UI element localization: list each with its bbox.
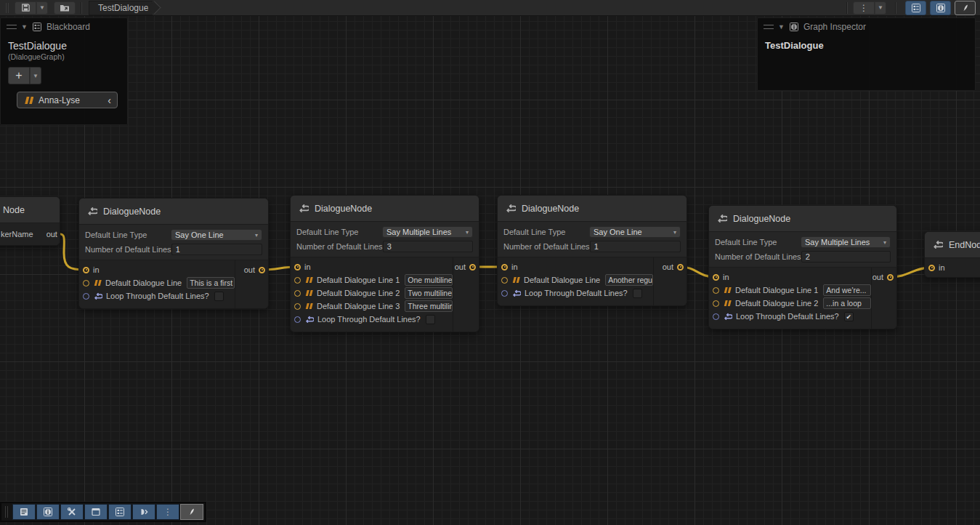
foldout-arrow-icon[interactable]: ▼ [778,23,785,31]
in-port-label: in [511,262,518,271]
end-node-icon [932,239,943,250]
line-value-field[interactable]: And we're... [823,284,871,296]
in-port-label: in [723,273,729,281]
line-type-dropdown[interactable]: Say One Line ▾ [589,226,681,238]
foldout-arrow-icon[interactable]: ▼ [21,23,28,31]
loop-checkbox[interactable] [426,315,435,324]
loop-port[interactable] [294,316,301,323]
loop-icon [511,289,521,298]
property-name: Anna-Lyse [39,95,102,105]
loop-checkbox[interactable] [633,289,642,298]
toggle-blackboard-button[interactable] [905,1,926,15]
info-icon [789,22,799,32]
line-port[interactable] [294,303,301,310]
line-port[interactable] [713,300,719,307]
line-label: Default Dialogue Line 2 [735,299,818,308]
input-port[interactable] [501,264,508,270]
loop-port[interactable] [713,313,719,320]
save-icon [21,3,31,12]
end-node[interactable]: EndNode in [924,231,980,278]
line-type-dropdown[interactable]: Say Multiple Lines ▾ [801,236,891,248]
num-lines-field[interactable]: 2 [801,251,891,262]
drag-handle-icon[interactable] [7,25,17,29]
loop-port[interactable] [83,293,89,300]
loop-port[interactable] [501,290,508,297]
graph-inspector-panel[interactable]: ▼ Graph Inspector TestDialogue [757,17,976,91]
input-port[interactable] [713,274,719,281]
options-menu-button[interactable]: ⋮ [853,1,875,15]
line-value-field[interactable]: ...in a loop [823,297,871,309]
collapse-chevron-icon[interactable]: ‹ [108,95,111,106]
dropdown-value: Say One Line [594,228,642,236]
blackboard-button[interactable] [108,504,131,520]
dialogue-node-3[interactable]: DialogueNode Default Line Type Say One L… [497,195,687,306]
breadcrumb-tab[interactable]: TestDialogue [89,1,153,15]
line-port[interactable] [83,280,89,286]
preview-button[interactable] [180,504,203,520]
toolbar-separator [81,2,82,14]
blackboard-panel[interactable]: ▼ Blackboard TestDialogue (DialogueGraph… [0,17,128,125]
loop-checkbox[interactable]: ✔ [844,312,854,321]
top-toolbar: ▼ TestDialogue ⋮ ▼ [0,0,980,16]
out-port-label: out [46,230,57,239]
tools-button[interactable] [60,504,84,520]
output-port[interactable] [677,264,684,270]
window-button[interactable] [84,504,108,520]
console-button[interactable] [12,504,36,520]
quote-icon [304,289,313,297]
toolbar-drag-handle[interactable] [5,506,8,518]
more-button[interactable]: ⋮ [156,504,179,520]
num-lines-field[interactable]: 1 [171,244,262,255]
line-value-field[interactable]: Three multilin [405,300,453,312]
out-port-label: out [244,265,255,274]
loop-checkbox[interactable] [214,292,224,301]
dialogue-node-icon [505,203,516,214]
input-port[interactable] [928,265,935,271]
line-value-field[interactable]: One multiline [405,274,453,286]
input-port[interactable] [294,264,301,270]
save-button[interactable] [15,1,36,15]
line-port[interactable] [501,277,508,284]
output-port[interactable] [259,267,265,273]
line-type-dropdown[interactable]: Say Multiple Lines ▾ [382,226,473,238]
output-port[interactable] [887,274,894,281]
add-property-dropdown[interactable]: ▼ [30,67,41,84]
quote-icon [23,96,33,105]
num-lines-field[interactable]: 1 [590,241,681,252]
transition-button[interactable] [132,504,155,520]
chevron-down-icon: ▾ [466,229,469,236]
line-port[interactable] [713,287,719,294]
input-port[interactable] [83,267,89,273]
chevron-down-icon: ▾ [255,232,258,239]
toolbar-separator [846,2,848,14]
loop-label: Loop Through Default Lines? [736,312,839,321]
line-value-field[interactable]: This is a first [187,277,235,289]
output-port[interactable] [469,264,476,270]
loop-label: Loop Through Default Lines? [317,315,421,324]
node-title: DialogueNode [103,207,161,217]
dialogue-node-1[interactable]: DialogueNode Default Line Type Say One L… [78,198,269,309]
node-title: DialogueNode [733,214,790,224]
graph-type: (DialogueGraph) [1,52,127,61]
drag-handle-icon[interactable] [764,25,774,29]
line-value-field[interactable]: Two multiline [405,287,453,299]
quote-icon [304,302,313,310]
dialogue-node-4[interactable]: DialogueNode Default Line Type Say Multi… [708,205,897,329]
blackboard-property[interactable]: Anna-Lyse ‹ [17,92,118,108]
toggle-inspector-button[interactable] [930,1,951,15]
start-node[interactable]: Node kerName out [0,196,60,246]
line-port[interactable] [294,277,301,284]
kebab-icon: ⋮ [859,3,868,13]
dialogue-node-2[interactable]: DialogueNode Default Line Type Say Multi… [290,195,479,332]
add-property-button[interactable]: + [8,67,30,84]
toggle-preview-button[interactable] [955,1,976,15]
open-asset-button[interactable] [54,1,76,15]
inspector-button[interactable] [36,504,60,520]
save-options-dropdown[interactable]: ▼ [36,1,48,15]
line-value-field[interactable]: Another regu [605,274,653,286]
line-type-dropdown[interactable]: Say One Line ▾ [171,229,262,241]
num-lines-field[interactable]: 3 [383,241,473,252]
options-menu-dropdown[interactable]: ▼ [875,1,886,15]
toolbar-drag-handle[interactable] [6,3,9,13]
line-port[interactable] [294,290,301,297]
